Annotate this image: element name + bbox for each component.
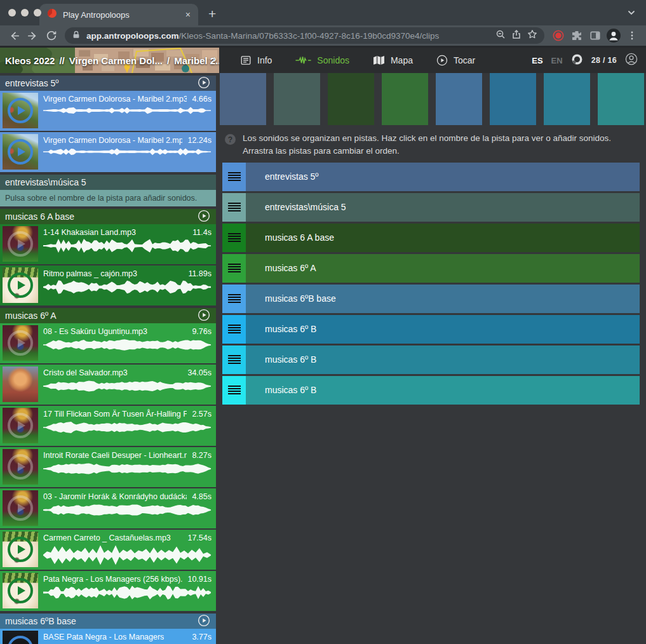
track-drag-handle[interactable] bbox=[222, 163, 246, 191]
track-name-button[interactable]: entrevistas\música 5 bbox=[246, 193, 640, 222]
track-drag-handle[interactable] bbox=[222, 376, 246, 405]
play-overlay-icon[interactable] bbox=[3, 490, 38, 526]
clip-item[interactable]: BASE Pata Negra - Los Managers3.77s bbox=[0, 629, 216, 644]
lang-es-button[interactable]: ES bbox=[532, 56, 542, 65]
clip-thumbnail[interactable] bbox=[3, 573, 38, 608]
breadcrumb-chevron-right-icon[interactable]: › bbox=[213, 53, 217, 65]
clip-section-header[interactable]: musicas 6ºB base bbox=[0, 614, 216, 629]
tab-tocar[interactable]: Tocar bbox=[436, 55, 475, 66]
clip-thumbnail[interactable] bbox=[3, 631, 38, 644]
clip-item[interactable]: Virgen Carmen Dolorosa - Maribel 2.mp312… bbox=[0, 132, 216, 172]
clip-thumbnail[interactable] bbox=[3, 449, 38, 485]
track-drag-handle[interactable] bbox=[222, 315, 246, 344]
track-drag-handle[interactable] bbox=[222, 254, 246, 283]
clip-item[interactable]: Carmen Carreto _ Castañuelas.mp317.54s bbox=[0, 530, 216, 570]
clip-item[interactable]: Pata Negra - Los Managers (256 kbps).mp3… bbox=[0, 571, 216, 611]
clip-thumbnail[interactable] bbox=[3, 366, 38, 402]
play-overlay-icon[interactable] bbox=[3, 408, 38, 443]
section-play-icon[interactable] bbox=[198, 309, 210, 323]
extensions-puzzle-icon[interactable] bbox=[568, 27, 585, 44]
play-overlay-icon[interactable] bbox=[3, 134, 38, 170]
play-overlay-icon[interactable] bbox=[3, 449, 38, 485]
clip-thumbnail[interactable] bbox=[3, 408, 38, 443]
profile-avatar-icon[interactable] bbox=[605, 27, 622, 44]
clip-item[interactable]: Virgen Carmen Dolorosa - Maribel 2.mp34.… bbox=[0, 91, 216, 131]
breadcrumb-item[interactable]: Virgen Carmen Dol... bbox=[69, 55, 163, 66]
share-icon[interactable] bbox=[511, 29, 522, 42]
track-row[interactable]: entrevistas 5º bbox=[222, 163, 640, 191]
track-drag-handle[interactable] bbox=[222, 224, 246, 252]
lock-icon[interactable] bbox=[72, 30, 81, 42]
clip-item[interactable]: 08 - Es Sakūru Uguntiņu.mp39.76s bbox=[0, 323, 216, 363]
clip-thumbnail[interactable] bbox=[3, 134, 38, 170]
clip-item[interactable]: 03 - Jaromír Horák & Konrádyho dudácká .… bbox=[0, 488, 216, 528]
bookmark-star-icon[interactable] bbox=[527, 29, 537, 42]
section-play-icon[interactable] bbox=[198, 76, 210, 91]
breadcrumb-item[interactable]: Kleos 2022 bbox=[5, 55, 55, 66]
tab-info[interactable]: Info bbox=[240, 55, 272, 66]
section-play-icon[interactable] bbox=[198, 210, 210, 224]
play-overlay-icon[interactable] bbox=[3, 267, 38, 303]
clip-thumbnail[interactable] bbox=[3, 93, 38, 128]
play-overlay-icon[interactable] bbox=[3, 325, 38, 361]
play-overlay-icon[interactable] bbox=[3, 631, 38, 644]
track-name-button[interactable]: musicas 6º B bbox=[246, 345, 640, 374]
browser-tab[interactable]: Play Antropoloops × bbox=[39, 4, 198, 25]
play-overlay-icon[interactable] bbox=[3, 532, 38, 567]
track-row[interactable]: entrevistas\música 5 bbox=[222, 193, 640, 222]
lang-en-button[interactable]: EN bbox=[551, 56, 563, 65]
back-icon[interactable] bbox=[6, 27, 23, 44]
play-overlay-icon[interactable] bbox=[3, 93, 38, 128]
track-row[interactable]: musicas 6ºB base bbox=[222, 285, 640, 313]
track-drag-handle[interactable] bbox=[222, 193, 246, 222]
track-drag-handle[interactable] bbox=[222, 285, 246, 313]
forward-icon[interactable] bbox=[24, 27, 41, 44]
clip-thumbnail[interactable] bbox=[3, 267, 38, 303]
track-name-button[interactable]: musicas 6º B bbox=[246, 376, 640, 405]
clip-item[interactable]: 17 Till Flickan Som Är Tusen År-Halling … bbox=[0, 406, 216, 446]
new-tab-button[interactable]: + bbox=[208, 7, 216, 20]
clip-thumbnail[interactable] bbox=[3, 490, 38, 526]
window-zoom-button[interactable] bbox=[34, 9, 41, 17]
clip-thumbnail[interactable] bbox=[3, 325, 38, 361]
track-drag-handle[interactable] bbox=[222, 345, 246, 374]
track-row[interactable]: musicas 6º B bbox=[222, 315, 640, 344]
clip-section-header[interactable]: entrevistas 5º bbox=[0, 76, 216, 91]
track-row[interactable]: musicas 6º B bbox=[222, 376, 640, 405]
track-name-button[interactable]: musicas 6º A bbox=[246, 254, 640, 283]
breadcrumb-item[interactable]: Maribel 2... bbox=[174, 55, 219, 66]
track-name-button[interactable]: entrevistas 5º bbox=[246, 163, 640, 191]
clip-section-header[interactable]: musicas 6 A base bbox=[0, 209, 216, 224]
clip-item[interactable]: Ritmo palmas _ cajón.mp311.89s bbox=[0, 265, 216, 305]
clip-item[interactable]: Cristo del Salvador.mp334.05s bbox=[0, 365, 216, 405]
side-panel-icon[interactable] bbox=[586, 27, 603, 44]
clip-item[interactable]: Introit Rorate Caeli Desuper - Lionheart… bbox=[0, 447, 216, 487]
track-row[interactable]: musicas 6º B bbox=[222, 345, 640, 374]
record-extension-icon[interactable] bbox=[549, 27, 567, 44]
address-bar[interactable]: app.antropoloops.com/Kleos-Santa-Marina/… bbox=[65, 27, 544, 44]
clip-thumbnail[interactable] bbox=[3, 226, 38, 262]
window-minimize-button[interactable] bbox=[21, 9, 29, 17]
zoom-out-icon[interactable] bbox=[495, 29, 506, 42]
tab-sonidos[interactable]: Sonidos bbox=[295, 55, 349, 65]
play-overlay-icon[interactable] bbox=[3, 573, 38, 608]
project-banner[interactable]: Kleos 2022//Virgen Carmen Dol.../Maribel… bbox=[0, 48, 219, 73]
clip-section-header[interactable]: musicas 6º A bbox=[0, 308, 216, 323]
browser-menu-dots-icon[interactable] bbox=[623, 27, 640, 44]
track-row[interactable]: musicas 6º A bbox=[222, 254, 640, 283]
clip-item[interactable]: 1-14 Khakasian Land.mp311.4s bbox=[0, 224, 216, 264]
play-overlay-icon[interactable] bbox=[3, 226, 38, 262]
track-name-button[interactable]: musicas 6ºB base bbox=[246, 285, 640, 313]
clip-section-header[interactable]: entrevistas\música 5 bbox=[0, 175, 216, 190]
clip-thumbnail[interactable] bbox=[3, 532, 38, 567]
tab-mapa[interactable]: Mapa bbox=[373, 55, 413, 65]
user-account-icon[interactable] bbox=[625, 53, 638, 68]
tab-search-chevron-icon[interactable] bbox=[627, 8, 636, 20]
track-name-button[interactable]: musicas 6 A base bbox=[246, 224, 640, 252]
track-name-button[interactable]: musicas 6º B bbox=[246, 315, 640, 344]
track-row[interactable]: musicas 6 A base bbox=[222, 224, 640, 252]
tab-close-icon[interactable]: × bbox=[185, 10, 191, 19]
section-play-icon[interactable] bbox=[198, 614, 210, 629]
reload-icon[interactable] bbox=[43, 27, 60, 44]
window-close-button[interactable] bbox=[8, 9, 16, 17]
